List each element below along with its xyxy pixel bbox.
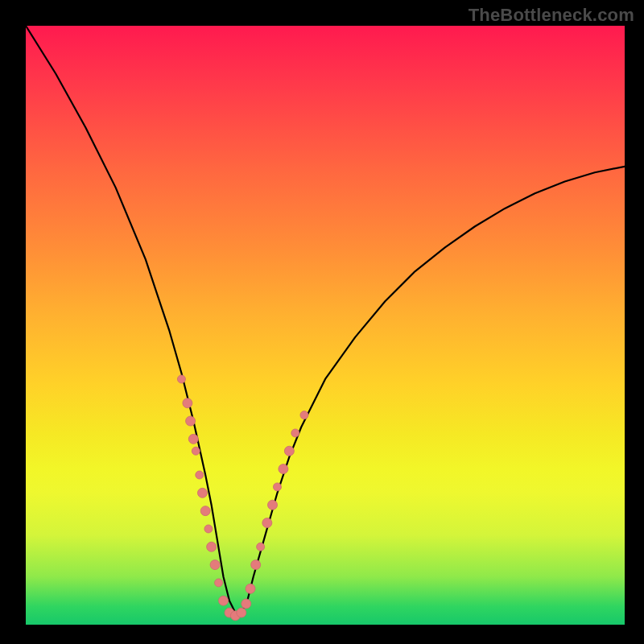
marker-point bbox=[291, 429, 299, 437]
marker-point bbox=[242, 599, 251, 609]
marker-point bbox=[219, 596, 229, 605]
chart-svg bbox=[26, 26, 625, 625]
marker-point bbox=[246, 584, 255, 593]
marker-point bbox=[262, 518, 272, 528]
marker-point bbox=[237, 608, 246, 617]
marker-point bbox=[207, 542, 217, 551]
marker-point bbox=[300, 411, 308, 419]
marker-point bbox=[196, 471, 204, 479]
watermark-label: TheBottleneck.com bbox=[469, 5, 634, 26]
marker-point bbox=[268, 500, 278, 510]
marker-point bbox=[284, 446, 294, 456]
bottleneck-curve bbox=[26, 26, 625, 613]
plot-area bbox=[26, 26, 625, 625]
marker-point bbox=[257, 543, 265, 551]
marker-point bbox=[197, 488, 207, 497]
marker-point bbox=[273, 483, 281, 491]
marker-point bbox=[215, 579, 223, 587]
marker-point bbox=[204, 525, 213, 533]
marker-point bbox=[192, 447, 200, 455]
marker-point bbox=[210, 560, 220, 570]
marker-point bbox=[188, 434, 198, 444]
marker-point bbox=[183, 398, 192, 408]
marker-point bbox=[251, 560, 261, 570]
chart-frame: TheBottleneck.com bbox=[0, 0, 644, 644]
marker-point bbox=[177, 375, 185, 383]
marker-point bbox=[279, 464, 288, 474]
marker-point bbox=[186, 416, 196, 426]
marker-point bbox=[200, 506, 210, 516]
series-markers bbox=[177, 375, 308, 621]
